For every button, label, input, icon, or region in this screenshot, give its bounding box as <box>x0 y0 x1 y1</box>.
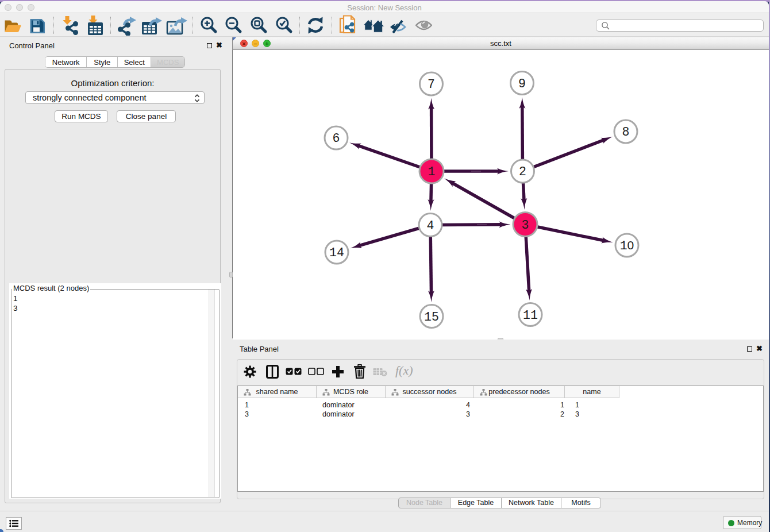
svg-text:10: 10 <box>620 238 634 253</box>
svg-text:1: 1 <box>428 165 436 179</box>
svg-text:3: 3 <box>522 218 529 232</box>
svg-text:15: 15 <box>424 310 439 324</box>
svg-text:11: 11 <box>523 309 538 322</box>
svg-text:4: 4 <box>427 219 434 233</box>
svg-text:7: 7 <box>428 78 435 91</box>
svg-text:8: 8 <box>622 125 630 139</box>
svg-text:2: 2 <box>519 165 526 179</box>
svg-text:6: 6 <box>333 132 340 145</box>
svg-text:14: 14 <box>329 246 344 260</box>
svg-text:9: 9 <box>518 77 526 91</box>
